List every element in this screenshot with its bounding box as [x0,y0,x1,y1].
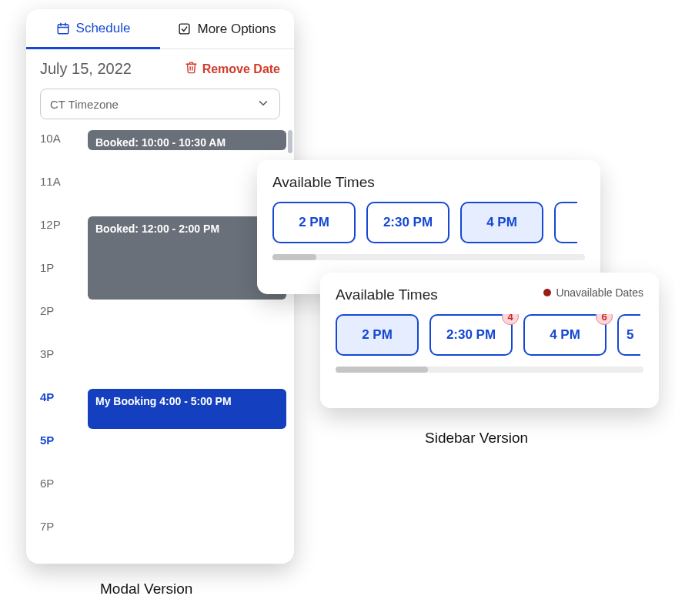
hour-label: 3P [40,346,71,360]
time-chip[interactable]: 2 PM [272,202,356,243]
tab-more-options[interactable]: More Options [160,9,294,49]
timezone-select[interactable]: CT Timezone [40,89,280,119]
hour-label: 2P [40,303,71,317]
calendar-icon [56,22,70,35]
time-chip[interactable] [554,202,577,243]
trash-icon [185,61,198,77]
horizontal-scrollbar[interactable] [272,254,585,260]
hour-label: 1P [40,259,71,274]
available-times-title: Available Times [272,174,585,191]
horizontal-scrollbar[interactable] [336,367,643,373]
unavailable-count-badge: 4 [502,314,519,325]
time-chip[interactable]: 4 PM6 [523,314,606,356]
date-row: July 15, 2022 Remove Date [26,49,294,85]
hour-row: 2P [40,303,294,346]
remove-date-label: Remove Date [202,62,280,76]
svg-rect-0 [58,24,69,33]
event-label: Booked: 12:00 - 2:00 PM [95,223,219,235]
time-chip-label: 2 PM [362,327,393,343]
hour-label: 12P [40,216,71,231]
time-chip-label: 2 PM [299,215,329,230]
time-chip[interactable]: 4 PM [460,202,543,243]
hour-row: 11A [40,173,294,216]
time-chip-label: 2:30 PM [446,327,496,343]
timeline: 10A11A12P1P2P3P4P5P6P7PBooked: 10:00 - 1… [26,130,294,561]
hour-row: 6P [40,475,294,518]
hour-label: 6P [40,475,71,490]
unavailable-count-badge: 6 [596,314,613,325]
hour-label: 5P [40,432,71,447]
modal-caption: Modal Version [100,581,192,598]
available-times-card-b: Unavailable Dates Available Times 2 PM2:… [320,273,659,408]
event-label: Booked: 10:00 - 10:30 AM [95,136,226,149]
time-chip[interactable]: 2:30 PM4 [429,314,513,356]
time-chip[interactable]: 5 [617,314,640,356]
time-chip-label: 2:30 PM [383,215,433,230]
scroll-thumb[interactable] [336,367,428,373]
hour-row: 7P [40,518,294,561]
time-chip[interactable]: 2 PM [336,314,419,356]
tab-schedule-label: Schedule [76,21,131,36]
tab-more-label: More Options [197,22,276,37]
sidebar-caption: Sidebar Version [425,430,528,447]
dot-icon [543,289,551,296]
timezone-value: CT Timezone [50,98,119,111]
hour-label: 4P [40,389,71,403]
time-chip-label: 4 PM [486,215,517,230]
time-chip-row: 2 PM2:30 PM4 PM [272,202,585,243]
svg-rect-4 [180,24,190,34]
event-label: My Booking 4:00 - 5:00 PM [95,395,232,407]
schedule-modal: Schedule More Options July 15, 2022 Remo… [26,9,294,564]
hour-label: 10A [40,130,71,145]
tabs: Schedule More Options [26,9,294,49]
scroll-indicator[interactable] [288,130,292,153]
time-chip-row: 2 PM2:30 PM44 PM65 [336,314,643,356]
remove-date-button[interactable]: Remove Date [185,61,280,77]
hour-row: 3P [40,346,294,389]
scroll-thumb[interactable] [272,254,316,260]
time-chip-label: 5 [627,327,633,343]
selected-date: July 15, 2022 [40,60,132,78]
my-booking-event[interactable]: My Booking 4:00 - 5:00 PM [88,389,286,429]
time-chip[interactable]: 2:30 PM [366,202,449,243]
time-chip-label: 4 PM [550,327,580,343]
hour-label: 7P [40,518,71,533]
checkbox-icon [178,22,191,35]
hour-row: 5P [40,432,294,475]
booked-event[interactable]: Booked: 10:00 - 10:30 AM [88,130,286,150]
tab-schedule[interactable]: Schedule [26,9,160,49]
chevron-down-icon [256,96,270,112]
unavailable-legend-label: Unavailable Dates [556,286,643,299]
unavailable-legend: Unavailable Dates [543,286,643,299]
hour-label: 11A [40,173,71,188]
